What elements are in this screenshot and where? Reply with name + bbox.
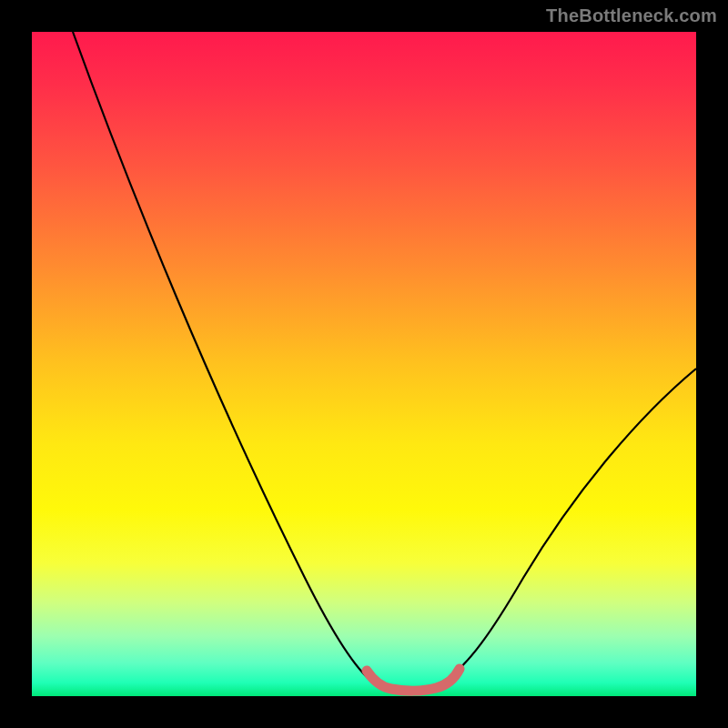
- bottleneck-curve: [73, 32, 696, 691]
- optimal-zone-marker: [367, 669, 460, 691]
- curve-layer: [32, 32, 696, 696]
- chart-frame: TheBottleneck.com: [0, 0, 728, 728]
- plot-area: [32, 32, 696, 696]
- watermark-label: TheBottleneck.com: [546, 5, 717, 26]
